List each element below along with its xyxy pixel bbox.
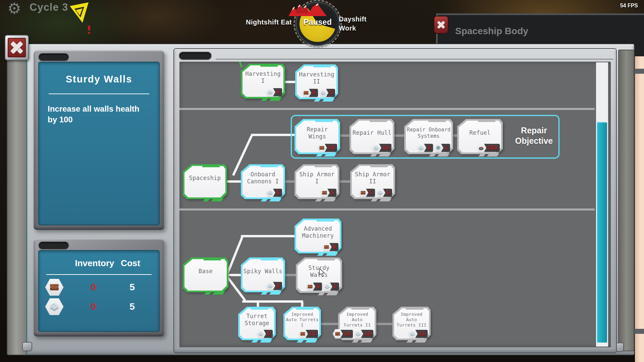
cost-value: 5 xyxy=(312,90,316,96)
cost-row: 5 xyxy=(267,88,282,96)
cost-badge: 5 xyxy=(418,144,433,152)
tech-node-label: Improved Auto Turrets II xyxy=(340,309,374,331)
tech-node-ship-armor-2[interactable]: Ship Armor II55 xyxy=(350,164,395,199)
cost-badge: 5 xyxy=(360,189,375,197)
flag-icon[interactable] xyxy=(68,1,91,25)
node-stripe xyxy=(379,198,391,201)
cost-badge: 5 xyxy=(377,189,392,197)
repair-objective-label: Repair Objective xyxy=(507,125,561,146)
cost-badge: 5 xyxy=(267,88,282,96)
metal-icon xyxy=(375,188,385,198)
tech-node-repair-onboard-systems[interactable]: Repair Onboard Systems51 xyxy=(404,119,453,154)
metal-icon xyxy=(45,298,64,315)
tech-node-label: Harvesting II xyxy=(298,66,336,90)
cost-value: 5 xyxy=(333,284,337,290)
node-stripe xyxy=(325,253,338,256)
tech-node-harvesting-2[interactable]: Harvesting II55 xyxy=(295,64,338,99)
cost-badge: 5 xyxy=(322,189,336,197)
tree-connector xyxy=(285,180,295,183)
frame-line xyxy=(216,59,613,60)
cost-value: 10 xyxy=(382,145,389,151)
tech-node-improved-auto-turrets-1[interactable]: Improved Auto Turrets I10 xyxy=(283,307,321,340)
tech-node-onboard-cannons-1[interactable]: Onboard Cannons I5 xyxy=(241,164,285,199)
tech-node-spiky-walls[interactable]: Spiky Walls5 xyxy=(241,257,285,292)
cost-value: 10 xyxy=(364,331,371,337)
scrollbar-track[interactable] xyxy=(596,62,608,347)
tree-connector xyxy=(251,134,294,136)
tech-node-repair-wings[interactable]: Repair Wings10 xyxy=(294,119,340,154)
cost-row: 5 xyxy=(267,282,282,290)
divider xyxy=(46,274,152,275)
tech-node-ship-armor-1[interactable]: Ship Armor I5 xyxy=(294,164,339,199)
cost-badge: 1 xyxy=(435,144,450,152)
close-icon xyxy=(8,38,26,57)
cost-value: 250 xyxy=(487,145,497,151)
tech-node-advanced-machinery[interactable]: Advanced Machinery8 xyxy=(294,219,341,253)
node-stripe xyxy=(211,198,223,201)
node-stripe xyxy=(269,292,281,295)
tech-node-label: Ship Armor I xyxy=(297,166,337,190)
mouse-cursor xyxy=(318,268,327,279)
tech-node-label: Onboard Cannons I xyxy=(243,166,283,190)
selected-tech-panel-body: Sturdy Walls Increase all walls health b… xyxy=(38,62,160,225)
tech-node-label: Repair Hull xyxy=(352,121,392,145)
panel-tab xyxy=(38,241,69,250)
tech-node-label: Repair Wings xyxy=(297,121,338,145)
tech-node-turret-storage[interactable]: Turret Storage5 xyxy=(238,307,276,340)
tech-node-base[interactable]: Base xyxy=(183,257,228,292)
tech-node-label: Improved Auto Turrets III xyxy=(395,309,428,331)
cost-row: 15 xyxy=(410,330,428,338)
danger-mountains-icon xyxy=(288,2,328,18)
tech-node-refuel[interactable]: Refuel250 xyxy=(457,119,503,154)
tech-node-improved-auto-turrets-3[interactable]: Improved Auto Turrets III15 xyxy=(392,307,431,340)
inventory-amount: 0 xyxy=(70,301,117,312)
settings-gear-icon[interactable]: ⚙ xyxy=(7,0,21,17)
cost-value: 5 xyxy=(386,190,390,196)
cost-row: 5 xyxy=(322,189,336,197)
cost-badge: 5 xyxy=(307,283,322,291)
cost-badge: 10 xyxy=(335,330,353,338)
cost-badge: 10 xyxy=(355,330,373,338)
tech-node-label: Spaceship xyxy=(185,166,225,190)
panel-tab xyxy=(38,53,69,61)
cost-row: 55 xyxy=(307,283,339,291)
window-close-button[interactable] xyxy=(5,35,29,60)
tech-node-improved-auto-turrets-2[interactable]: Improved Auto Turrets II1010 xyxy=(338,307,376,340)
selected-tech-description: Increase all walls health by 100 xyxy=(48,104,150,125)
tree-connector xyxy=(376,323,392,325)
cost-row: 5 xyxy=(258,330,273,338)
metal-icon xyxy=(318,88,328,98)
tech-node-label: Advanced Machinery xyxy=(297,221,339,244)
node-stripe xyxy=(360,340,373,343)
tech-node-label: Ship Armor II xyxy=(353,166,393,190)
tech-node-repair-hull[interactable]: Repair Hull10 xyxy=(350,119,394,154)
right-edge-panel xyxy=(635,56,644,362)
cost-row: 8 xyxy=(324,243,338,251)
tree-connector xyxy=(339,180,351,183)
cost-badge: 5 xyxy=(320,89,335,97)
spaceship-body-close-button[interactable] xyxy=(434,16,448,34)
window-frame-right xyxy=(618,50,634,351)
cost-amount: 5 xyxy=(117,301,148,312)
cost-row: 10 xyxy=(300,330,318,338)
cost-value: 5 xyxy=(276,89,280,95)
tech-tree-canvas[interactable]: Repair ObjectiveHarvesting I5Harvesting … xyxy=(179,62,611,347)
cost-badge: 5 xyxy=(303,89,318,97)
tech-node-spaceship[interactable]: Spaceship xyxy=(183,164,227,199)
scrollbar-thumb[interactable] xyxy=(597,122,607,343)
cost-value: 10 xyxy=(309,331,316,337)
node-stripe xyxy=(305,340,317,343)
game-screen: Spaceship Body Sturdy Walls Increase all… xyxy=(0,0,644,362)
node-stripe xyxy=(415,340,427,343)
node-stripe xyxy=(322,99,334,102)
cost-badge: 5 xyxy=(267,282,282,290)
tech-node-label: Refuel xyxy=(460,121,500,145)
tech-node-label: Improved Auto Turrets I xyxy=(286,309,319,331)
inventory-panel-body: Inventory Cost 0505 xyxy=(38,250,160,332)
cycle-counter: Cycle 3 xyxy=(30,1,68,13)
selected-tech-title: Sturdy Walls xyxy=(39,74,159,85)
cost-badge: 10 xyxy=(373,144,391,152)
tree-connector xyxy=(241,235,297,237)
cost-value: 5 xyxy=(276,190,280,196)
tech-node-harvesting-1[interactable]: Harvesting I5 xyxy=(241,64,285,99)
